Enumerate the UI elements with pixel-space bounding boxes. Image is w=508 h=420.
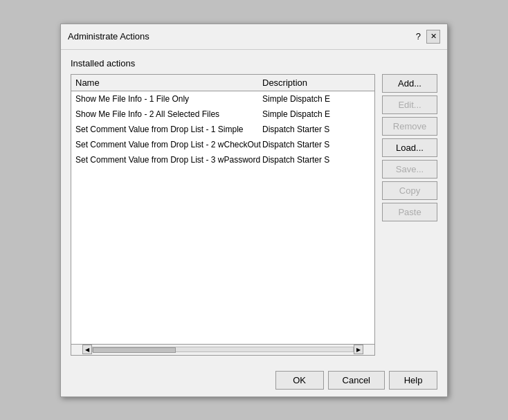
dialog-body: Installed actions Name Description Show … (61, 50, 447, 364)
dialog-title: Administrate Actions (68, 31, 149, 42)
cell-description: Dispatch Starter S (262, 140, 370, 149)
help-button[interactable]: Help (389, 371, 437, 390)
column-description-header: Description (262, 77, 370, 88)
help-icon[interactable]: ? (416, 31, 421, 42)
table-row[interactable]: Show Me File Info - 2 All Selected Files… (71, 107, 374, 122)
copy-button[interactable]: Copy (382, 181, 437, 200)
cell-name: Set Comment Value from Drop List - 2 wCh… (75, 140, 262, 149)
administrate-actions-dialog: Administrate Actions ? ✕ Installed actio… (60, 24, 448, 397)
section-label: Installed actions (71, 58, 437, 69)
title-bar-left: Administrate Actions (68, 31, 149, 42)
title-bar: Administrate Actions ? ✕ (61, 24, 447, 50)
table-row[interactable]: Set Comment Value from Drop List - 2 wCh… (71, 137, 374, 152)
scrollbar-thumb[interactable] (93, 347, 176, 353)
actions-table: Name Description Show Me File Info - 1 F… (71, 74, 375, 356)
scroll-left-arrow[interactable]: ◀ (82, 345, 92, 354)
title-bar-controls: ? ✕ (416, 30, 440, 44)
cell-description: Simple Dispatch E (262, 109, 370, 119)
content-area: Name Description Show Me File Info - 1 F… (71, 74, 437, 356)
cell-name: Show Me File Info - 2 All Selected Files (75, 109, 262, 119)
table-row[interactable]: Show Me File Info - 1 File OnlySimple Di… (71, 91, 374, 107)
save-button[interactable]: Save... (382, 160, 437, 179)
close-button[interactable]: ✕ (426, 30, 440, 44)
buttons-panel: Add... Edit... Remove Load... Save... Co… (382, 74, 437, 356)
cell-name: Set Comment Value from Drop List - 1 Sim… (75, 125, 262, 134)
remove-button[interactable]: Remove (382, 117, 437, 136)
edit-button[interactable]: Edit... (382, 95, 437, 114)
dialog-footer: OK Cancel Help (61, 364, 447, 396)
table-body[interactable]: Show Me File Info - 1 File OnlySimple Di… (71, 91, 374, 344)
scroll-right-arrow[interactable]: ▶ (354, 345, 363, 354)
add-button[interactable]: Add... (382, 74, 437, 93)
paste-button[interactable]: Paste (382, 203, 437, 221)
cell-description: Dispatch Starter S (262, 155, 370, 165)
cell-description: Simple Dispatch E (262, 94, 370, 104)
table-row[interactable]: Set Comment Value from Drop List - 3 wPa… (71, 152, 374, 167)
cell-description: Dispatch Starter S (262, 125, 370, 134)
cancel-button[interactable]: Cancel (328, 371, 385, 390)
cell-name: Show Me File Info - 1 File Only (75, 94, 262, 104)
horizontal-scrollbar[interactable]: ◀ ▶ (71, 344, 374, 355)
column-name-header: Name (75, 77, 262, 88)
scrollbar-track[interactable] (92, 347, 354, 352)
load-button[interactable]: Load... (382, 138, 437, 157)
cell-name: Set Comment Value from Drop List - 3 wPa… (75, 155, 262, 165)
table-row[interactable]: Set Comment Value from Drop List - 1 Sim… (71, 122, 374, 137)
ok-button[interactable]: OK (275, 371, 324, 390)
table-header: Name Description (71, 75, 374, 91)
